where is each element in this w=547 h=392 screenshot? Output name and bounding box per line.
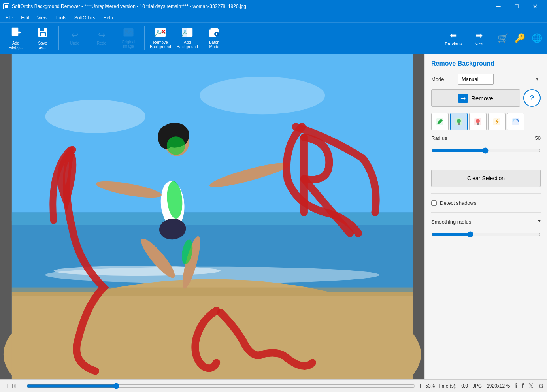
svg-rect-6 — [40, 28, 44, 31]
redo-button[interactable]: ↪ Redo — [89, 24, 114, 53]
add-background-label: Add Background — [177, 40, 198, 49]
panel-divider-2 — [431, 193, 541, 194]
settings-icon[interactable]: ⚙ — [538, 382, 544, 390]
facebook-icon[interactable]: f — [522, 383, 524, 390]
menu-softorbits[interactable]: SoftOrbits — [70, 14, 99, 21]
close-button[interactable]: ✕ — [526, 0, 544, 13]
next-icon: ➡ — [475, 30, 483, 41]
svg-point-29 — [200, 77, 325, 114]
toolbar: Add File(s)... Save as... ↩ Undo ↪ Redo — [0, 22, 547, 54]
clear-selection-button[interactable]: Clear Selection — [431, 170, 541, 187]
smoothing-radius-slider-container — [431, 230, 541, 240]
right-panel: Remove Background Mode Manual Automatic … — [424, 54, 547, 379]
smart-brush-tool[interactable] — [488, 113, 506, 130]
remove-button[interactable]: ➡ Remove — [431, 89, 520, 107]
draw-foreground-tool[interactable] — [431, 113, 449, 130]
key-icon[interactable]: 🔑 — [513, 32, 527, 45]
mode-row: Mode Manual Automatic Magic Wand — [431, 74, 541, 85]
help-button-label: ? — [530, 94, 534, 102]
mode-label: Mode — [431, 76, 455, 82]
remove-button-label: Remove — [471, 95, 493, 102]
zoom-slider[interactable] — [26, 383, 415, 389]
remove-btn-row: ➡ Remove ? — [431, 89, 541, 107]
menu-view[interactable]: View — [33, 14, 51, 21]
canvas-image — [0, 54, 424, 379]
svg-rect-2 — [12, 28, 18, 36]
svg-rect-57 — [477, 122, 479, 125]
add-files-icon — [10, 27, 21, 40]
format-label: JPG — [473, 383, 482, 389]
time-value: 0.0 — [461, 383, 468, 389]
mode-select-wrapper: Manual Automatic Magic Wand — [458, 74, 541, 85]
dimensions-label: 1920x1275 — [487, 383, 510, 389]
canvas-area[interactable] — [0, 54, 424, 379]
previous-button[interactable]: ⬅ Previous — [440, 29, 467, 48]
zoom-out-icon[interactable]: − — [20, 383, 23, 390]
mode-select[interactable]: Manual Automatic Magic Wand — [458, 74, 494, 85]
globe-icon[interactable]: 🌐 — [530, 32, 544, 45]
menu-tools[interactable]: Tools — [51, 14, 70, 21]
svg-rect-54 — [458, 122, 460, 125]
help-button[interactable]: ? — [523, 89, 541, 107]
smoothing-radius-row: Smoothing radius 7 — [431, 219, 541, 225]
smoothing-radius-slider[interactable] — [431, 231, 541, 237]
radius-row: Radius 50 — [431, 135, 541, 141]
radius-value: 50 — [529, 135, 541, 141]
svg-point-28 — [45, 100, 145, 133]
cart-icon[interactable]: 🛒 — [496, 32, 510, 45]
lightning-icon — [492, 117, 502, 126]
save-as-label: Save as... — [38, 41, 47, 50]
add-files-button[interactable]: Add File(s)... — [3, 24, 28, 53]
twitter-icon[interactable]: 𝕏 — [528, 382, 534, 390]
smoothing-radius-value: 7 — [529, 219, 541, 225]
status-bar: ⊡ ⊞ − + 53% Time (s): 0.0 JPG 1920x1275 … — [0, 379, 547, 392]
tool-icons-row — [431, 113, 541, 130]
eraser-tool[interactable] — [507, 113, 524, 130]
save-icon — [37, 27, 48, 40]
original-image-icon — [123, 28, 134, 38]
maximize-button[interactable]: □ — [507, 0, 526, 13]
detect-shadows-label: Detect shadows — [440, 200, 477, 206]
minimize-button[interactable]: ─ — [489, 0, 507, 13]
undo-button[interactable]: ↩ Undo — [62, 24, 87, 53]
menu-file[interactable]: File — [2, 14, 17, 21]
batch-mode-button[interactable]: Batch Mode — [202, 24, 227, 53]
next-button[interactable]: ➡ Next — [470, 29, 488, 48]
brush-foreground-tool[interactable] — [450, 113, 468, 130]
zoom-fit-icon[interactable]: ⊡ — [3, 382, 8, 390]
panel-divider-3 — [431, 212, 541, 213]
brush-background-tool[interactable] — [469, 113, 487, 130]
radius-slider-container — [431, 146, 541, 156]
detect-shadows-row: Detect shadows — [431, 200, 541, 206]
panel-title: Remove Background — [431, 60, 541, 67]
toolbar-separator-1 — [58, 26, 59, 50]
svg-rect-27 — [12, 54, 413, 221]
svg-rect-36 — [12, 288, 413, 296]
pencil-icon — [435, 117, 445, 126]
info-icon[interactable]: ℹ — [515, 382, 517, 390]
original-image-button[interactable]: Original Image — [116, 24, 141, 53]
menu-help[interactable]: Help — [99, 14, 117, 21]
redo-icon: ↪ — [98, 31, 105, 40]
svg-point-56 — [476, 119, 480, 123]
svg-rect-8 — [41, 33, 45, 36]
remove-button-icon: ➡ — [458, 94, 468, 103]
radius-label: Radius — [431, 135, 455, 141]
svg-point-43 — [167, 136, 185, 155]
add-background-button[interactable]: Add Background — [175, 24, 200, 53]
previous-label: Previous — [445, 41, 462, 46]
radius-slider[interactable] — [431, 147, 541, 154]
svg-point-12 — [157, 30, 159, 32]
window-controls[interactable]: ─ □ ✕ — [489, 0, 544, 13]
next-label: Next — [474, 41, 483, 46]
title-bar: SoftOrbits Background Remover - ****Unre… — [0, 0, 547, 13]
save-as-button[interactable]: Save as... — [30, 24, 55, 53]
zoom-in-icon[interactable]: + — [419, 383, 422, 390]
undo-icon: ↩ — [71, 31, 78, 40]
crop-icon[interactable]: ⊞ — [11, 382, 17, 390]
menu-edit[interactable]: Edit — [17, 14, 33, 21]
eraser-icon — [511, 117, 521, 126]
status-bar-left: ⊡ ⊞ − + 53% — [3, 382, 435, 390]
detect-shadows-checkbox[interactable] — [431, 200, 437, 206]
remove-background-button[interactable]: Remove Background — [148, 24, 173, 53]
